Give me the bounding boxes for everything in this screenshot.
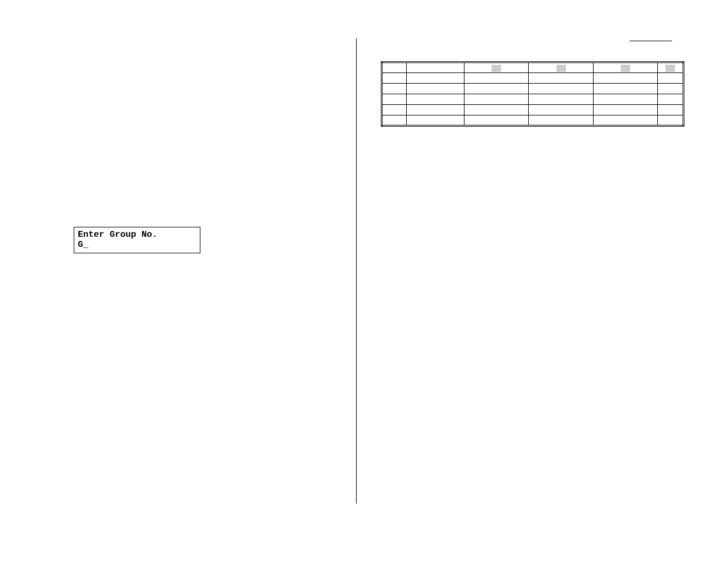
- table-cell: [465, 73, 529, 84]
- header-underline: [630, 41, 672, 41]
- table-cell: [465, 94, 529, 105]
- table-cell: [593, 73, 657, 84]
- table-cell: [658, 73, 684, 84]
- table-cell: [406, 94, 464, 105]
- table-cell: [529, 105, 593, 115]
- table-cell: [658, 94, 684, 105]
- table-cell: [593, 94, 657, 105]
- table-header-cell: [382, 62, 407, 73]
- table-cell: [465, 84, 529, 94]
- table-cell: [658, 105, 684, 115]
- table-cell: [382, 94, 407, 105]
- table-cell: [593, 84, 657, 94]
- table-cell: [406, 73, 464, 84]
- table-row: [382, 94, 684, 105]
- table-cell: [529, 94, 593, 105]
- table-cell: [529, 73, 593, 84]
- prompt-line-1: Enter Group No.: [78, 230, 157, 240]
- data-table: [381, 61, 684, 127]
- prompt-line-2: G_: [78, 240, 88, 250]
- table-row: [382, 105, 684, 115]
- table-header-row: [382, 62, 684, 73]
- prompt-box: Enter Group No. G_: [74, 227, 200, 253]
- left-column: [53, 38, 357, 504]
- gray-marker-icon: [621, 65, 630, 72]
- table-header-cell: [406, 62, 464, 73]
- table-row: [382, 84, 684, 94]
- table-cell: [406, 115, 464, 126]
- table-cell: [529, 115, 593, 126]
- table-header-cell: [658, 62, 684, 73]
- table-cell: [593, 115, 657, 126]
- table-cell: [658, 115, 684, 126]
- table-cell: [465, 115, 529, 126]
- table-cell: [658, 84, 684, 94]
- page: Enter Group No. G_: [0, 0, 728, 562]
- table-cell: [529, 84, 593, 94]
- right-column: [381, 61, 687, 127]
- gray-marker-icon: [556, 65, 566, 72]
- table-cell: [382, 115, 407, 126]
- table-cell: [406, 105, 464, 115]
- table-cell: [382, 73, 407, 84]
- table-row: [382, 115, 684, 126]
- table-cell: [382, 84, 407, 94]
- table-cell: [465, 105, 529, 115]
- table-row: [382, 73, 684, 84]
- table-cell: [382, 105, 407, 115]
- table-cell: [406, 84, 464, 94]
- gray-marker-icon: [492, 65, 501, 72]
- table-header-cell: [465, 62, 529, 73]
- gray-marker-icon: [666, 65, 675, 72]
- table-cell: [593, 105, 657, 115]
- table-header-cell: [529, 62, 593, 73]
- table-header-cell: [593, 62, 657, 73]
